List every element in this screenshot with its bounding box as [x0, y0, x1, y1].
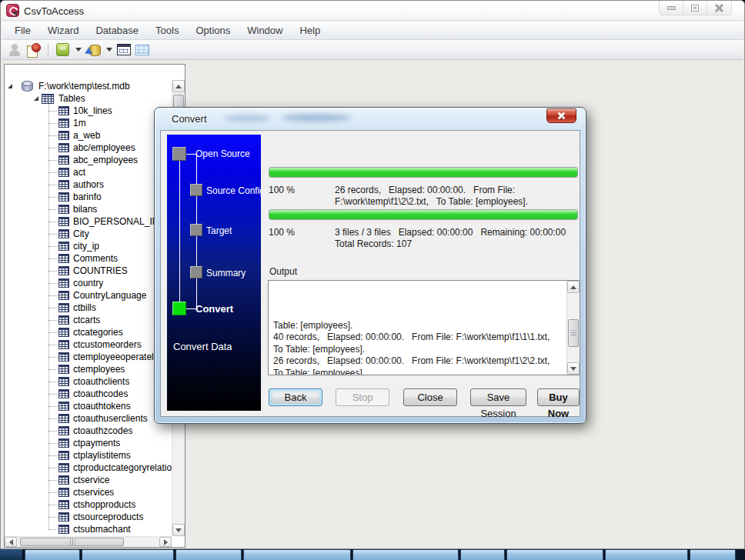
scroll-down-button[interactable] — [172, 524, 185, 536]
expander-icon[interactable] — [34, 96, 38, 101]
tree-item[interactable]: abc_employees — [5, 154, 172, 166]
dropdown-arrow-icon[interactable] — [106, 48, 112, 52]
scroll-down-button[interactable] — [567, 362, 580, 375]
taskbar-button[interactable] — [243, 549, 351, 560]
menu-item[interactable]: Window — [239, 22, 291, 38]
tree-view: F:\work\temp\test.mdb Tables 10k_lines — [5, 80, 172, 536]
table-icon — [58, 291, 69, 300]
tree-item[interactable]: ctbills — [5, 302, 172, 314]
tree-item[interactable]: ctoauthclients — [5, 375, 172, 388]
window-grid-icon[interactable] — [117, 44, 131, 55]
tree-item[interactable]: ctcategories — [5, 326, 172, 338]
scrollbar-thumb[interactable] — [20, 538, 124, 546]
taskbar-button[interactable] — [352, 549, 459, 560]
tree-item[interactable]: ctservice — [5, 474, 172, 486]
expander-icon[interactable] — [8, 84, 12, 88]
tree-item[interactable]: country — [5, 277, 172, 289]
note-stop-icon[interactable] — [26, 43, 40, 57]
tree-item[interactable]: city_ip — [5, 240, 172, 252]
maximize-button[interactable] — [683, 1, 707, 15]
start-button[interactable] — [0, 549, 23, 560]
tree-item[interactable]: ctoauthtokens — [5, 400, 172, 412]
menu-item[interactable]: Options — [187, 22, 239, 38]
scroll-right-button[interactable] — [159, 537, 172, 547]
tree-item-label: ctservice — [73, 475, 109, 485]
taskbar-button[interactable] — [25, 549, 80, 560]
tree-item[interactable]: ctpayments — [5, 437, 172, 449]
table-icon — [58, 365, 69, 374]
tree-item[interactable]: barinfo — [5, 191, 172, 203]
dropdown-arrow-icon[interactable] — [75, 48, 82, 52]
tree-item[interactable]: abc/employees — [5, 142, 172, 154]
tree-node-tables[interactable]: Tables — [5, 92, 172, 105]
tree-item[interactable]: ctplaylistitems — [5, 449, 172, 462]
minimize-button[interactable] — [660, 1, 683, 15]
close-dialog-button[interactable]: Close — [403, 388, 457, 406]
output-vertical-scrollbar[interactable] — [566, 281, 580, 375]
stop-button[interactable]: Stop — [336, 388, 389, 406]
tree-item[interactable]: ctsubmachant — [5, 523, 172, 535]
tree-item[interactable]: ctoauthcodes — [5, 388, 172, 400]
tree-item[interactable]: ctproductcategoryrelations — [5, 462, 172, 474]
close-button[interactable] — [707, 1, 731, 15]
tree-item[interactable]: ctemployeeoperatelogs — [5, 351, 172, 363]
user-icon[interactable] — [8, 43, 22, 57]
scroll-up-button[interactable] — [172, 80, 185, 92]
taskbar-button[interactable] — [605, 549, 688, 560]
tree-item[interactable]: 1m — [5, 117, 172, 129]
table-blue-icon[interactable] — [135, 45, 149, 55]
back-button[interactable]: Back — [269, 388, 322, 406]
tree-item[interactable]: ctshopproducts — [5, 498, 172, 511]
tree-item[interactable]: CountryLanguage — [5, 289, 172, 302]
tree-item[interactable]: ctcarts — [5, 314, 172, 326]
taskbar-button[interactable] — [175, 549, 242, 560]
tree-item[interactable]: COUNTRIES — [5, 265, 172, 277]
menu-item[interactable]: Help — [291, 22, 329, 38]
taskbar-button[interactable] — [690, 549, 736, 560]
dialog-titlebar[interactable]: Convert — [155, 108, 586, 130]
taskbar-button[interactable] — [82, 549, 174, 560]
tree-item-label: 10k_lines — [73, 105, 112, 116]
tree-item-label: ctcategories — [73, 327, 123, 338]
table-icon — [58, 500, 69, 509]
menu-item[interactable]: Database — [87, 22, 147, 38]
tree-item[interactable]: authors — [5, 178, 172, 191]
tree-item[interactable]: ctemployees — [5, 363, 172, 375]
tree-item[interactable]: act — [5, 166, 172, 178]
tree-item[interactable]: ctservices — [5, 486, 172, 498]
dialog-close-button[interactable] — [546, 108, 576, 123]
menu-item[interactable]: Wizard — [39, 22, 87, 38]
tree-item[interactable]: 10k_lines — [5, 105, 172, 117]
save-session-button[interactable]: Save Session — [470, 388, 526, 406]
scroll-left-button[interactable] — [5, 537, 17, 547]
taskbar-button[interactable] — [506, 549, 603, 560]
tree-item[interactable]: BIO_PERSONAL_INFO — [5, 215, 172, 228]
database-import-icon[interactable] — [86, 43, 100, 57]
tree-table-list: 10k_lines 1m a_web — [5, 105, 172, 535]
menu-item[interactable]: Tools — [147, 22, 187, 38]
tree-root-database[interactable]: F:\work\temp\test.mdb — [5, 80, 172, 92]
buy-now-button[interactable]: Buy Now — [537, 388, 580, 406]
arrow-left-icon — [9, 539, 13, 545]
tree-item-label: country — [73, 278, 103, 288]
tree-item[interactable]: ctoauthuserclients — [5, 412, 172, 425]
titlebar: CsvToAccess — [1, 1, 744, 21]
tree-horizontal-scrollbar[interactable] — [5, 536, 172, 547]
tree-item[interactable]: ctsourceproducts — [5, 511, 172, 523]
arrow-down-icon — [570, 367, 576, 371]
scrollbar-thumb[interactable] — [568, 319, 579, 347]
tree-item[interactable]: a_web — [5, 129, 172, 142]
output-log-box[interactable]: Table: [employees].40 records, Elapsed: … — [268, 280, 580, 375]
scroll-up-button[interactable] — [567, 281, 580, 293]
tree-item[interactable]: bilans — [5, 203, 172, 215]
tree-item[interactable]: Comments — [5, 252, 172, 265]
tree-item[interactable]: City — [5, 228, 172, 240]
taskbar-button[interactable] — [460, 549, 505, 560]
tree-item[interactable]: ctoauthzcodes — [5, 425, 172, 437]
progress1-detail-line2: F:\work\temp\f1\2\2.txt, To Table: [empl… — [335, 196, 528, 208]
tree-item[interactable]: ctcustomeorders — [5, 338, 172, 351]
tree-item-label: act — [73, 167, 85, 178]
menu-item[interactable]: File — [6, 22, 39, 38]
tree-item-label: ctoauthtokens — [73, 401, 131, 412]
convert-green-icon[interactable] — [56, 43, 69, 56]
